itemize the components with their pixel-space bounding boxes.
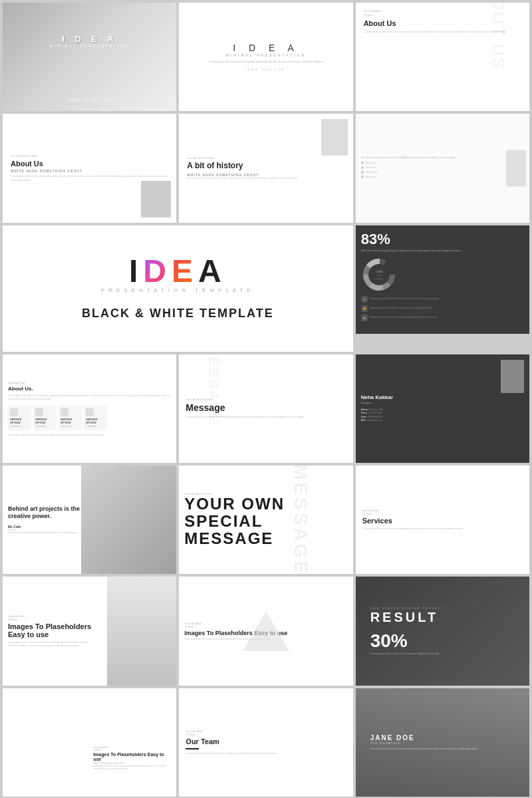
slide-jane-doe: JANE DOE PHOTOGRAPHER Lorem ipsum dolor … [356, 688, 529, 797]
slide-7-1-label2: To Here [186, 733, 195, 736]
idea-subtitle: PRESENTATION TEMPLATE [101, 287, 255, 293]
slide-1-2-website: WWW.IDEA.COM [247, 68, 285, 71]
slide-special-message: MESSAGE You Can Write To Here YOUR OWN S… [179, 466, 352, 574]
result-pct: 30% [370, 630, 515, 652]
slide-1-2-subtitle: MINIMAL PRESENTATION [226, 53, 306, 57]
slide-3-4-label1: Opening Page [8, 381, 25, 384]
slide-message: MESSAGE You Can Write To Here Message Lo… [179, 354, 352, 463]
idea-main-title: BLACK & WHITE TEMPLATE [82, 307, 274, 321]
dot-1: Feature one [366, 162, 376, 164]
icon-desc-1: Category tip drop them labels that for t… [370, 297, 440, 300]
svg-text:LOREM: LOREM [375, 271, 382, 273]
slide-1-2-logo: I D E A [226, 43, 306, 53]
author-desc: Lorem ipsum dolor sit amet consectetur a… [8, 531, 90, 535]
icon-desc-2: Category tip drop them labels for runnin… [370, 307, 433, 309]
slide-3-4-opening: Opening Page [8, 381, 25, 384]
slide-3-4-footer: Lorem ipsum dolor sit amet consectetur a… [8, 434, 104, 436]
slide-features: Your features here haven't your best det… [356, 114, 529, 222]
slide-5-3-body: Lorem ipsum dolor sit amet consectetur a… [8, 641, 98, 648]
person-image [81, 466, 177, 574]
slide-stats-dark: 83% Write short effective copy by trying… [356, 225, 529, 334]
slide-2-2-title: A bit of history [187, 161, 243, 170]
profile-image [501, 360, 524, 393]
slide-4-1-body: Lorem ipsum dolor sit amet consectetur a… [186, 416, 303, 419]
slide-quote: Behind art projects is the creative powe… [3, 466, 176, 574]
slide-2-1-label: You Can Write To Here [11, 154, 38, 158]
pie-chart: LOREM IPSUM CONTENT [361, 257, 398, 293]
slide-idea-main: I D E A PRESENTATION TEMPLATE BLACK & WH… [3, 225, 353, 352]
slide-our-team: You Can Write To Here Our Team Lorem ips… [179, 688, 352, 797]
slide-6-3-title: Images To Plaseholders Easy to use [93, 752, 170, 761]
slide-1-3-title: About Us [364, 19, 396, 27]
slide-1-3-label1: You Can Write [364, 9, 381, 13]
slide-4-1-title: Message [186, 402, 225, 413]
slide-2-2-person-image [321, 119, 348, 156]
svg-text:CONTENT: CONTENT [375, 278, 384, 280]
slide-1-3-label2: To Here [364, 13, 373, 17]
slide-5-3-title: Images To Plaseholders Easy to use [8, 622, 98, 638]
slide-3-4-body: Lorem ipsum dolor sit amet consectetur a… [8, 394, 171, 402]
jane-name: JANE DOE [370, 734, 478, 741]
slide-bit-of-history: You Can Write To Here A bit of history W… [179, 114, 352, 222]
slide-opening-about: Opening Page About Us. Lorem ipsum dolor… [3, 354, 176, 463]
idea-letter-i: I [129, 255, 143, 287]
slide-1-1-website: WWW.IDEA.COM [68, 98, 111, 102]
slide-2-1-write-here: WRITE HERE SOMETHING ABOUT [11, 169, 82, 173]
slide-6-3-label2: To Here [93, 749, 101, 751]
stat-main: 83% [361, 231, 390, 248]
slide-7-1-title: Our Team [186, 737, 219, 745]
slide-5-1-bg-text: MESSAGE [290, 466, 311, 574]
slide-1-2-desc: Lorem ipsum dolor sit amet consectetur a… [209, 60, 324, 64]
slide-1-3-body: Lorem ipsum dolor sit amet consectetur a… [364, 30, 507, 34]
slide-services: You Can Write To Here Services Lorem ips… [356, 466, 529, 574]
grid-img-4-text: You Can Write To Here Images To Plasehol… [90, 743, 172, 773]
idea-letter-a: A [198, 255, 227, 287]
idea-letter-d: D [143, 255, 172, 287]
slide-idea-minimal: I D E A MINIMAL PRESENTATION Lorem ipsum… [179, 3, 352, 111]
slide-3-4-title: About Us. [8, 386, 33, 392]
profile-info: Address: New York, USA Phone: +1 234 567… [361, 408, 383, 423]
slide-2-3-phone-image [506, 150, 526, 186]
slide-5-2-body: Lorem ipsum dolor sit amet consectetur a… [362, 527, 464, 531]
slide-2-2-label: You Can Write To Here [187, 156, 214, 160]
slide-7-1-body: Lorem ipsum dolor sit amet consectetur a… [186, 752, 277, 755]
slide-2-3-dot-list: Feature one Feature two Feature three Fe… [361, 162, 524, 178]
result-desc: Lorem ipsum dolor sit amet consectetur a… [370, 652, 515, 655]
stat-desc: Write short effective copy by trying to … [361, 249, 461, 253]
slide-result: OUR HIDDEN DESIGN PROJECT RESULT 30% Lor… [356, 577, 529, 685]
icon-desc-3: Category tip drop them labels for runnin… [370, 316, 438, 319]
idea-letter-e: E [172, 255, 198, 287]
slide-profile-dark: Neha Kakkar Designer Address: New York, … [356, 354, 529, 463]
jane-job: PHOTOGRAPHER [370, 741, 478, 745]
dot-3: Feature three [366, 171, 378, 174]
slide-6-3-body: Lorem ipsum dolor sit amet consectetur a… [93, 765, 170, 770]
slide-5-2-title: Services [362, 517, 392, 525]
slide-1-1-subtitle: MINIMAL PRESENTATION [50, 44, 130, 48]
slide-images-easy: You Can Write To Here Images To Plasehol… [3, 577, 176, 685]
quote-text: Behind art projects is the creative powe… [8, 505, 90, 521]
dot-2: Feature two [366, 166, 376, 169]
slide-4-1-label: You Can Write To Here [186, 398, 213, 401]
slide-about-us-1: ABOUT US You Can Write To Here About Us … [356, 3, 529, 111]
slide-2-3-label: Your features here haven't your best det… [361, 156, 524, 159]
dot-4: Feature four [366, 176, 376, 178]
stat-icon-list: ★ Category tip drop them labels that for… [361, 296, 440, 324]
slide-2-1-title: About Us [11, 160, 43, 168]
slide-mountain-cover: I D E A MINIMAL PRESENTATION WWW.IDEA.CO… [3, 3, 176, 111]
jane-desc: Lorem ipsum dolor sit amet consectetur a… [370, 747, 478, 751]
result-title: RESULT [370, 610, 515, 625]
slide-2-1-image [141, 181, 171, 217]
profile-title: Designer [361, 401, 372, 404]
slide-5-3-label2: To Here [8, 618, 17, 621]
slide-1-1-logo: I D E A [50, 34, 130, 44]
slide-5-3-person [107, 577, 177, 685]
slide-5-2-label2: To Here [362, 512, 372, 515]
slide-5-1-main-msg: YOUR OWN SPECIAL MESSAGE [184, 495, 347, 548]
slide-3-4-service-boxes: SERVICE OPTIONConsectetur SERVICE OPTION… [8, 406, 107, 430]
slide-triangle: You Can Write To Here Images To Plasehol… [179, 577, 352, 685]
slide-about-us-2: You Can Write To Here About Us WRITE HER… [3, 114, 176, 222]
slide-6-1-label2: To Here [184, 625, 194, 628]
slide-2-2-body: Lorem ipsum dolor sit amet consectetur a… [187, 177, 298, 180]
svg-text:IPSUM: IPSUM [376, 275, 382, 277]
profile-name: Neha Kakkar [361, 394, 393, 400]
